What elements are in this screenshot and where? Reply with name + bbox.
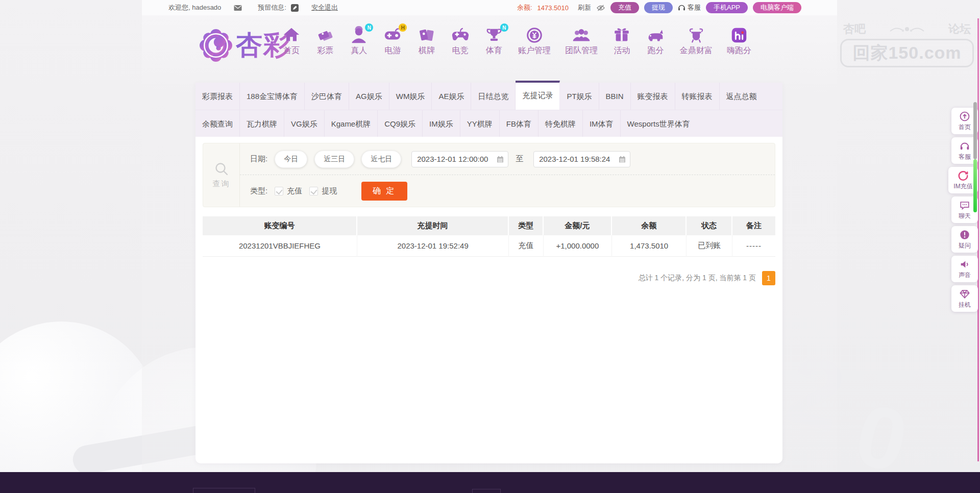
tab-wali-chess[interactable]: 瓦力棋牌	[240, 110, 284, 137]
cell-type: 充值	[509, 235, 543, 257]
type-label: 类型:	[250, 186, 267, 196]
nav-live-casino[interactable]: N 真人	[349, 26, 369, 56]
nav-home[interactable]: 首页	[282, 26, 301, 56]
nav-paofen[interactable]: 跑分	[646, 26, 666, 56]
nav-activity[interactable]: 活动	[612, 26, 631, 56]
mobile-app-button[interactable]: 手机APP	[706, 2, 748, 13]
confirm-button[interactable]: 确 定	[361, 182, 407, 201]
tab-bbin[interactable]: BBIN	[599, 83, 631, 110]
withdraw-button[interactable]: 提现	[644, 2, 673, 13]
withdraw-checkbox-group[interactable]: 提现	[309, 186, 337, 196]
nav-team-management[interactable]: 团队管理	[565, 26, 598, 56]
rhino-icon	[646, 26, 666, 45]
nav-account-management[interactable]: 账户管理	[518, 26, 551, 56]
deposit-checkbox[interactable]	[275, 187, 283, 195]
main-nav: 首页 彩票 N 真人 H 电游 棋牌	[282, 26, 751, 56]
nav-jinding-wealth[interactable]: 金鼎财富	[680, 26, 713, 56]
footer-decor-box	[193, 488, 255, 493]
balance-value: 1473.5010	[537, 4, 569, 12]
refresh-link[interactable]: 刷新	[578, 3, 591, 12]
watermark-right: 论坛	[948, 21, 971, 37]
search-icon	[214, 161, 229, 177]
new-badge: N	[500, 23, 508, 32]
tab-im-casino[interactable]: IM娱乐	[423, 110, 460, 137]
tab-cq9-casino[interactable]: CQ9娱乐	[378, 110, 423, 137]
pc-client-button[interactable]: 电脑客户端	[753, 2, 801, 13]
query-side-label: 查询	[213, 179, 230, 189]
edit-icon[interactable]	[291, 4, 299, 12]
logout-link[interactable]: 安全退出	[311, 3, 338, 12]
site-logo[interactable]: 杏彩	[199, 28, 291, 63]
tab-vg-casino[interactable]: VG娱乐	[284, 110, 325, 137]
tab-fb-sports[interactable]: FB体育	[500, 110, 538, 137]
headset-icon	[678, 4, 685, 11]
team-people-icon	[572, 26, 591, 45]
tab-im-sports[interactable]: IM体育	[583, 110, 621, 137]
col-type: 类型	[509, 216, 543, 235]
decor-ball	[0, 322, 158, 493]
tab-rebate-total[interactable]: 返点总额	[720, 83, 764, 110]
nav-sports[interactable]: N 体育	[484, 26, 504, 56]
lottery-ticket-icon	[315, 26, 335, 45]
col-amount: 金额/元	[544, 216, 612, 235]
hi-app-icon	[729, 26, 749, 45]
esports-gamepad-icon	[451, 26, 470, 45]
tab-ag-casino[interactable]: AG娱乐	[349, 83, 389, 110]
tab-temian-chess[interactable]: 特免棋牌	[538, 110, 583, 137]
im-recharge-icon	[958, 170, 969, 181]
date-to-input[interactable]: 2023-12-01 19:58:24	[533, 151, 630, 167]
tab-lottery-report[interactable]: 彩票报表	[195, 83, 240, 110]
tab-account-change-report[interactable]: 账变报表	[631, 83, 675, 110]
tab-188bet-sports[interactable]: 188金宝博体育	[240, 83, 305, 110]
tab-wm-casino[interactable]: WM娱乐	[389, 83, 432, 110]
customer-service-label: 客服	[688, 3, 701, 12]
to-label: 至	[516, 154, 523, 164]
nav-lottery[interactable]: 彩票	[315, 26, 335, 56]
tab-kgame-chess[interactable]: Kgame棋牌	[325, 110, 378, 137]
nav-chess[interactable]: 棋牌	[417, 26, 436, 56]
scrollbar-thumb[interactable]	[973, 102, 977, 159]
message-envelope-icon[interactable]	[234, 5, 242, 11]
tab-pt-casino[interactable]: PT娱乐	[560, 83, 599, 110]
tab-deposit-withdraw-records[interactable]: 充提记录	[516, 81, 560, 110]
tab-yy-chess[interactable]: YY棋牌	[460, 110, 500, 137]
query-panel: 查询 日期: 今日 近三日 近七日 2023-12-01 12:00:00 至	[203, 143, 775, 207]
col-remark: 备注	[732, 216, 775, 235]
quick-7days-button[interactable]: 近七日	[361, 151, 401, 168]
trophy-icon: N	[484, 26, 504, 45]
sidebar-item-question[interactable]: 疑问	[951, 226, 978, 253]
customer-service-link[interactable]: 客服	[678, 3, 701, 12]
tab-wesports[interactable]: Wesports世界体育	[621, 110, 697, 137]
welcome-text: 欢迎您, hadesado	[168, 3, 221, 12]
topbar: 欢迎您, hadesado 预留信息: 安全退出 余额: 1473.5010 刷…	[142, 0, 837, 15]
nav-esports[interactable]: 电竞	[451, 26, 470, 56]
date-label: 日期:	[250, 154, 267, 164]
tab-daily-summary[interactable]: 日结总览	[471, 83, 516, 110]
deposit-button[interactable]: 充值	[610, 2, 639, 13]
page-1-button[interactable]: 1	[762, 271, 775, 285]
ding-vessel-icon	[687, 26, 706, 45]
nav-hi-paofen[interactable]: 嗨跑分	[727, 26, 751, 56]
col-change-id: 账变编号	[203, 216, 357, 235]
deposit-checkbox-group[interactable]: 充值	[275, 186, 302, 196]
watermark-left: 杏吧	[843, 21, 866, 37]
new-badge: N	[365, 23, 373, 32]
type-filter-row: 类型: 充值 提现 确 定	[240, 175, 775, 207]
sidebar-item-sound[interactable]: 声音	[951, 256, 978, 282]
calendar-icon	[619, 156, 626, 163]
tab-saba-sports[interactable]: 沙巴体育	[305, 83, 349, 110]
tab-balance-query[interactable]: 余额查询	[195, 110, 240, 137]
pagination-summary: 总计 1 个记录, 分为 1 页, 当前第 1 页	[639, 274, 756, 283]
date-from-input[interactable]: 2023-12-01 12:00:00	[411, 151, 508, 167]
withdraw-checkbox[interactable]	[309, 187, 318, 195]
tab-ae-casino[interactable]: AE娱乐	[432, 83, 471, 110]
page: 2 0 欢迎您, hadesado 预留信息: 安全退出 余额: 1473.50…	[0, 0, 980, 493]
speaker-icon	[959, 259, 970, 270]
tab-transfer-report[interactable]: 转账报表	[675, 83, 720, 110]
quick-3days-button[interactable]: 近三日	[314, 151, 354, 168]
eye-off-icon[interactable]	[596, 4, 605, 12]
exclamation-circle-icon	[959, 229, 970, 240]
nav-slots[interactable]: H 电游	[383, 26, 402, 56]
sidebar-item-hangup[interactable]: 挂机	[951, 285, 978, 312]
quick-today-button[interactable]: 今日	[275, 151, 307, 168]
